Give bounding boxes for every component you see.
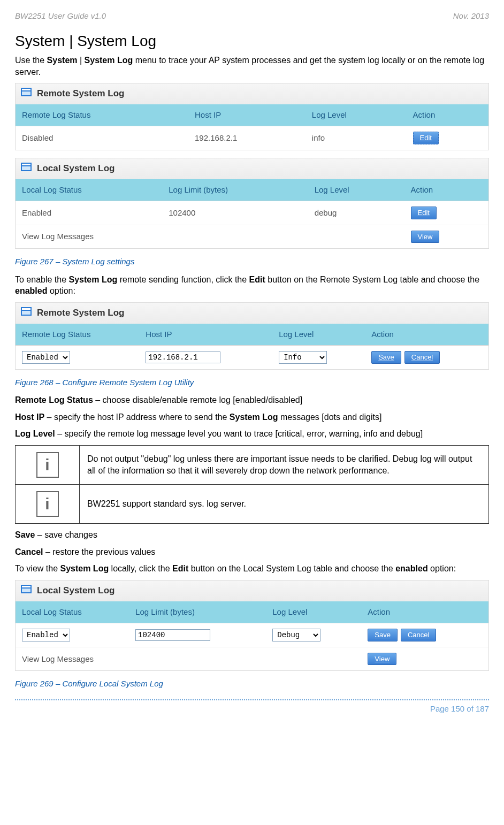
panel-header: Local System Log bbox=[16, 580, 488, 601]
doc-date: Nov. 2013 bbox=[453, 11, 489, 21]
svg-rect-1 bbox=[22, 89, 30, 90]
table-row: View Log Messages View bbox=[16, 225, 488, 248]
col-header: Action bbox=[365, 324, 488, 346]
footer-separator bbox=[15, 699, 489, 700]
figure-caption: Figure 267 – System Log settings bbox=[15, 256, 489, 267]
definition: Host IP – specify the host IP address wh… bbox=[15, 411, 489, 423]
edit-button[interactable]: Edit bbox=[413, 132, 439, 144]
limit-cell: 102400 bbox=[162, 201, 308, 225]
paragraph: To enable the System Log remote sending … bbox=[15, 274, 489, 297]
level-cell: info bbox=[306, 126, 407, 150]
cancel-button[interactable]: Cancel bbox=[401, 629, 436, 641]
info-row: i Do not output "debug" log unless there… bbox=[16, 445, 489, 484]
save-button[interactable]: Save bbox=[371, 351, 401, 364]
table-header-row: Remote Log Status Host IP Log Level Acti… bbox=[16, 324, 488, 346]
level-cell: debug bbox=[308, 201, 404, 225]
table-row: Enabled 102400 debug Edit bbox=[16, 201, 488, 225]
svg-rect-5 bbox=[22, 166, 30, 170]
col-header: Log Level bbox=[266, 601, 361, 623]
page-number: Page 150 of 187 bbox=[15, 704, 489, 714]
page-title: System | System Log bbox=[15, 31, 489, 51]
info-icon-cell: i bbox=[16, 445, 80, 484]
svg-rect-11 bbox=[22, 589, 30, 592]
paragraph: To view the System Log locally, click th… bbox=[15, 563, 489, 575]
svg-rect-2 bbox=[22, 91, 30, 95]
info-text: Do not output "debug" log unless there a… bbox=[80, 445, 489, 484]
table-header-row: Remote Log Status Host IP Log Level Acti… bbox=[16, 104, 488, 126]
page-header: BW2251 User Guide v1.0 Nov. 2013 bbox=[15, 11, 489, 21]
table-row: Enabled Info Save Cancel bbox=[16, 345, 488, 369]
table-row: Enabled Debug Save Cancel bbox=[16, 623, 488, 647]
info-row: i BW2251 support standard sys. log serve… bbox=[16, 484, 489, 523]
local-system-log-panel: Local System Log Local Log Status Log Li… bbox=[15, 158, 489, 249]
table-row: View Log Messages View bbox=[16, 647, 488, 670]
view-log-label: View Log Messages bbox=[16, 647, 361, 670]
definition: Cancel – restore the previous values bbox=[15, 546, 489, 558]
panel-title: Local System Log bbox=[37, 585, 114, 597]
save-button[interactable]: Save bbox=[368, 629, 398, 641]
col-header: Action bbox=[404, 179, 488, 201]
host-cell: 192.168.2.1 bbox=[188, 126, 306, 150]
window-icon bbox=[21, 163, 32, 175]
panel-header: Remote System Log bbox=[16, 83, 488, 104]
view-log-label: View Log Messages bbox=[16, 225, 404, 248]
col-header: Log Level bbox=[308, 179, 404, 201]
info-text: BW2251 support standard sys. log server. bbox=[80, 484, 489, 523]
col-header: Remote Log Status bbox=[16, 104, 188, 126]
col-header: Log Limit (bytes) bbox=[162, 179, 308, 201]
view-button[interactable]: View bbox=[411, 231, 440, 243]
info-table: i Do not output "debug" log unless there… bbox=[15, 445, 489, 524]
col-header: Host IP bbox=[188, 104, 306, 126]
col-header: Log Level bbox=[306, 104, 407, 126]
definition: Log Level – specify the remote log messa… bbox=[15, 428, 489, 440]
log-limit-input[interactable] bbox=[135, 629, 210, 641]
panel-title: Remote System Log bbox=[37, 307, 124, 319]
info-icon: i bbox=[36, 491, 59, 517]
svg-rect-10 bbox=[22, 586, 30, 587]
local-log-edit-table: Local Log Status Log Limit (bytes) Log L… bbox=[16, 601, 488, 671]
panel-header: Remote System Log bbox=[16, 303, 488, 324]
table-header-row: Local Log Status Log Limit (bytes) Log L… bbox=[16, 179, 488, 201]
doc-title: BW2251 User Guide v1.0 bbox=[15, 11, 106, 21]
edit-button[interactable]: Edit bbox=[411, 207, 437, 219]
local-system-log-edit-panel: Local System Log Local Log Status Log Li… bbox=[15, 580, 489, 671]
status-cell: Enabled bbox=[16, 201, 162, 225]
log-level-select[interactable]: Debug bbox=[272, 629, 320, 641]
remote-log-table: Remote Log Status Host IP Log Level Acti… bbox=[16, 104, 488, 150]
panel-title: Remote System Log bbox=[37, 88, 124, 100]
col-header: Local Log Status bbox=[16, 601, 129, 623]
remote-log-edit-table: Remote Log Status Host IP Log Level Acti… bbox=[16, 324, 488, 369]
cancel-button[interactable]: Cancel bbox=[404, 351, 440, 364]
status-cell: Disabled bbox=[16, 126, 188, 150]
window-icon bbox=[21, 585, 32, 597]
log-level-select[interactable]: Info bbox=[279, 351, 327, 364]
local-status-select[interactable]: Enabled bbox=[22, 629, 70, 641]
host-ip-input[interactable] bbox=[146, 352, 220, 363]
svg-rect-4 bbox=[22, 164, 30, 165]
col-header: Log Level bbox=[272, 324, 365, 346]
remote-status-select[interactable]: Enabled bbox=[22, 351, 70, 364]
col-header: Host IP bbox=[139, 324, 272, 346]
table-row: Disabled 192.168.2.1 info Edit bbox=[16, 126, 488, 150]
window-icon bbox=[21, 88, 32, 100]
col-header: Local Log Status bbox=[16, 179, 162, 201]
col-header: Action bbox=[407, 104, 488, 126]
table-header-row: Local Log Status Log Limit (bytes) Log L… bbox=[16, 601, 488, 623]
col-header: Action bbox=[361, 601, 488, 623]
col-header: Remote Log Status bbox=[16, 324, 139, 346]
remote-system-log-edit-panel: Remote System Log Remote Log Status Host… bbox=[15, 302, 489, 370]
panel-title: Local System Log bbox=[37, 163, 114, 175]
figure-caption: Figure 269 – Configure Local System Log bbox=[15, 678, 489, 689]
col-header: Log Limit (bytes) bbox=[129, 601, 266, 623]
info-icon: i bbox=[36, 452, 59, 478]
svg-rect-8 bbox=[22, 311, 30, 315]
window-icon bbox=[21, 307, 32, 319]
info-icon-cell: i bbox=[16, 484, 80, 523]
svg-rect-7 bbox=[22, 308, 30, 310]
local-log-table: Local Log Status Log Limit (bytes) Log L… bbox=[16, 179, 488, 248]
view-button[interactable]: View bbox=[368, 653, 396, 666]
figure-caption: Figure 268 – Configure Remote System Log… bbox=[15, 377, 489, 388]
definition: Remote Log Status – choose disable/enabl… bbox=[15, 394, 489, 406]
remote-system-log-panel: Remote System Log Remote Log Status Host… bbox=[15, 83, 489, 150]
definition: Save – save changes bbox=[15, 529, 489, 541]
